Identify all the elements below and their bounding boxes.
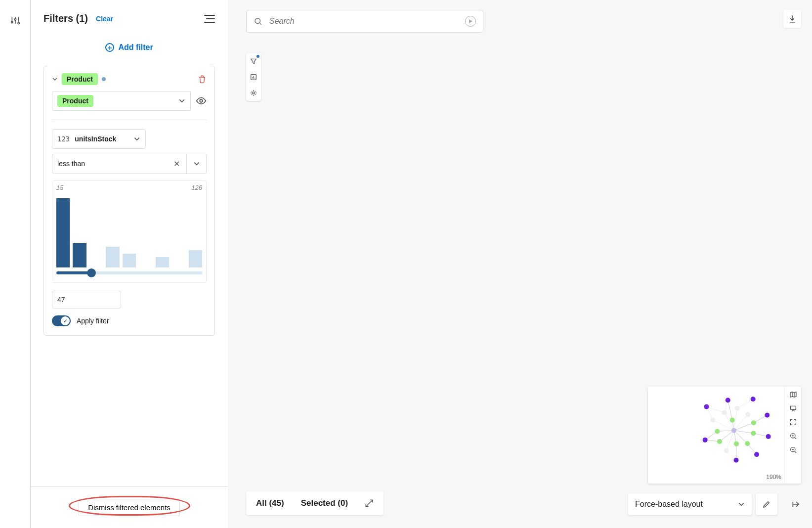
chevron-down-icon (738, 501, 745, 508)
hist-bar (123, 254, 136, 267)
filter-footer: Dismiss filtered elements (31, 486, 228, 528)
svg-point-1 (14, 19, 16, 20)
hist-max: 126 (191, 184, 202, 191)
svg-point-6 (253, 92, 255, 94)
apply-filter-toggle[interactable]: ✓ (52, 315, 71, 326)
operator-dropdown-button[interactable] (186, 154, 206, 173)
svg-line-41 (734, 431, 754, 434)
eye-icon[interactable] (196, 95, 207, 106)
layout-select[interactable]: Force-based layout (628, 493, 752, 515)
hist-min: 15 (56, 184, 63, 191)
apply-filter-label: Apply filter (77, 317, 109, 325)
svg-line-45 (717, 431, 734, 432)
layout-selected-label: Force-based layout (635, 500, 703, 509)
operator-select: less than ✕ (52, 154, 207, 174)
edit-layout-button[interactable] (756, 493, 777, 515)
sliders-icon[interactable] (10, 15, 21, 26)
property-name: unitsInStock (75, 135, 116, 143)
svg-point-61 (751, 420, 756, 425)
property-type-hint: 123 (57, 135, 70, 143)
svg-point-69 (722, 410, 727, 415)
all-tab[interactable]: All (45) (256, 498, 284, 508)
zoom-level: 190% (766, 474, 781, 481)
svg-line-32 (737, 399, 753, 408)
fit-screen-icon[interactable] (789, 418, 797, 426)
play-icon[interactable] (465, 16, 476, 27)
svg-point-52 (726, 397, 730, 402)
svg-line-40 (734, 423, 754, 430)
svg-point-60 (730, 418, 735, 423)
zoom-in-icon[interactable] (789, 432, 797, 440)
hist-bar (156, 257, 169, 267)
filter-title: Filters (1) (43, 13, 88, 24)
minimap-tools (784, 387, 801, 484)
hist-bar (56, 198, 70, 267)
collapse-panel-icon[interactable] (791, 499, 801, 509)
svg-point-58 (734, 458, 739, 463)
svg-point-70 (710, 418, 715, 423)
svg-line-30 (707, 407, 725, 413)
histogram: 15 126 (52, 180, 207, 283)
add-filter-button[interactable]: ＋ Add filter (43, 43, 215, 52)
chevron-down-icon[interactable] (52, 76, 58, 82)
chevron-down-icon (133, 135, 140, 142)
svg-point-0 (11, 21, 12, 23)
svg-point-67 (735, 406, 740, 411)
svg-point-71 (724, 448, 729, 453)
value-input[interactable]: 47 (52, 291, 121, 308)
expand-icon[interactable] (365, 499, 374, 508)
svg-point-53 (751, 396, 756, 401)
graph-canvas[interactable]: SUPPLIESSUPPLIESSUPPLIESSUPPLIESSUPPLIES… (228, 0, 812, 528)
left-rail (0, 0, 31, 528)
filter-card: Product Product 123 (43, 66, 215, 336)
entity-pill: Product (57, 95, 93, 107)
minimap: 190% (648, 387, 801, 484)
svg-point-57 (754, 452, 759, 457)
filter-label-pill: Product (62, 73, 98, 85)
add-filter-label: Add filter (118, 43, 153, 52)
svg-line-28 (728, 400, 732, 420)
delete-filter-button[interactable] (198, 75, 207, 84)
clear-operator-button[interactable]: ✕ (167, 154, 186, 173)
filter-panel: Filters (1) Clear ＋ Add filter Product P… (31, 0, 228, 528)
map-icon[interactable] (789, 391, 797, 398)
hist-bar (106, 247, 119, 267)
panel-menu-icon[interactable] (204, 15, 215, 23)
svg-point-55 (765, 413, 769, 418)
svg-point-2 (18, 22, 19, 24)
download-button[interactable] (783, 10, 801, 28)
graph-svg: SUPPLIESSUPPLIESSUPPLIESSUPPLIESSUPPLIES… (228, 0, 377, 74)
toggle-knob-check-icon: ✓ (61, 316, 70, 325)
schema-tool-icon[interactable] (246, 85, 261, 101)
filter-header: Filters (1) Clear (31, 0, 228, 33)
chevron-down-icon (178, 97, 185, 104)
svg-point-59 (703, 438, 708, 442)
property-select[interactable]: 123 unitsInStock (52, 129, 146, 149)
svg-point-54 (704, 404, 709, 409)
dismiss-filtered-button[interactable]: Dismiss filtered elements (79, 499, 180, 516)
svg-point-62 (751, 431, 756, 436)
hist-bar (189, 250, 202, 267)
minimap-svg[interactable] (648, 387, 784, 484)
presentation-icon[interactable] (789, 404, 797, 412)
plus-circle-icon: ＋ (105, 43, 114, 52)
layout-controls: Force-based layout (628, 493, 777, 515)
svg-rect-72 (790, 406, 796, 409)
svg-point-68 (745, 412, 750, 417)
entity-select[interactable]: Product (52, 91, 191, 111)
operator-value[interactable]: less than (52, 154, 167, 173)
svg-point-66 (715, 429, 720, 434)
filter-status-dot (102, 77, 106, 81)
selection-toolbar: All (45) Selected (0) (246, 491, 384, 515)
svg-point-64 (734, 441, 739, 446)
hist-bar (73, 243, 86, 267)
svg-point-63 (745, 441, 750, 446)
zoom-out-icon[interactable] (789, 446, 797, 454)
selected-tab[interactable]: Selected (0) (301, 498, 348, 508)
svg-point-3 (200, 99, 203, 102)
slider-handle[interactable] (87, 268, 96, 277)
svg-point-56 (766, 434, 771, 439)
range-slider[interactable] (56, 271, 202, 274)
clear-filters-link[interactable]: Clear (96, 15, 113, 23)
svg-point-51 (731, 428, 736, 433)
